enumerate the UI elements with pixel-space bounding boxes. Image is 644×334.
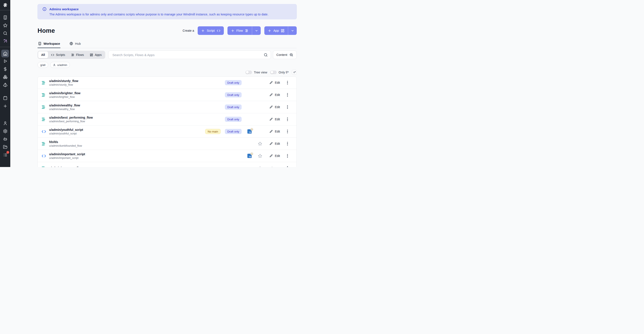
variables-dollar-icon[interactable]: [2, 66, 8, 71]
item-path: u/admin/sturdy_flow: [49, 83, 78, 86]
tab-workspace[interactable]: Workspace: [38, 42, 60, 48]
banner-description: The Admins workspace is for admins only …: [49, 13, 292, 16]
filter-all[interactable]: All: [38, 51, 48, 58]
row-menu-kebab[interactable]: [286, 117, 289, 121]
sidebar-divider: [0, 10, 10, 10]
create-script-label: Script: [207, 29, 214, 32]
script-code-icon: [42, 129, 46, 134]
create-script-button[interactable]: Script: [198, 26, 224, 35]
flow-icon: [42, 142, 46, 146]
edit-label: Edit: [275, 142, 280, 145]
add-plus-icon[interactable]: [2, 103, 8, 109]
create-flow-button[interactable]: Flow: [228, 26, 252, 35]
create-flow-dropdown[interactable]: [252, 26, 261, 35]
row-menu-kebab[interactable]: [286, 93, 289, 97]
item-path: u/admin/dumbfounded_flow: [49, 144, 82, 147]
star-icon[interactable]: [258, 166, 262, 167]
table-row[interactable]: fdsfds u/admin/dumbfounded_flow: [38, 138, 296, 150]
tab-hub[interactable]: Hub: [69, 42, 81, 48]
edit-label: Edit: [275, 118, 280, 121]
filter-flows[interactable]: Flows: [68, 51, 87, 58]
row-menu-kebab[interactable]: [286, 166, 289, 167]
only-folders-toggle[interactable]: [270, 71, 276, 74]
table-row[interactable]: u/admin/wealthy_flow u/admin/wealthy_flo…: [38, 101, 296, 113]
tree-view-toggle[interactable]: [246, 71, 252, 74]
edit-button[interactable]: Edit: [270, 81, 280, 84]
edit-button[interactable]: Edit: [270, 130, 280, 133]
building-icon: [38, 42, 42, 45]
resources-boxes-icon[interactable]: [2, 74, 8, 79]
schedules-calendar-icon[interactable]: [2, 95, 8, 100]
star-icon[interactable]: [258, 142, 262, 146]
owner-filter-user[interactable]: u/admin: [50, 62, 70, 68]
item-path: u/admin/youthful_script: [49, 132, 83, 135]
pencil-icon: [270, 93, 273, 97]
create-app-dropdown[interactable]: [288, 26, 297, 35]
chevron-down-icon: [255, 29, 258, 32]
row-menu-kebab[interactable]: [286, 154, 289, 158]
globe-icon: [70, 42, 73, 45]
row-menu-kebab[interactable]: [286, 142, 289, 146]
item-title: u/admin/youthful_script: [49, 128, 83, 132]
filter-scripts-label: Scripts: [56, 53, 65, 56]
edit-button[interactable]: Edit: [270, 167, 280, 167]
table-row[interactable]: u/admin/important_script u/admin/importa…: [38, 150, 296, 162]
items-list: u/admin/sturdy_flow u/admin/sturdy_flow …: [38, 76, 297, 167]
user-icon[interactable]: [2, 121, 8, 126]
create-a-label: Create a: [183, 29, 194, 32]
search-icon[interactable]: [264, 53, 268, 57]
settings-gear-icon[interactable]: [2, 129, 8, 134]
banner-title: Admins workspace: [49, 7, 79, 11]
row-menu-kebab[interactable]: [286, 129, 289, 134]
edit-button[interactable]: Edit: [270, 105, 280, 109]
workers-bot-icon[interactable]: [2, 136, 8, 142]
list-filter-button[interactable]: [292, 70, 297, 75]
search-code-icon: [290, 53, 293, 57]
edit-button[interactable]: Edit: [270, 118, 280, 121]
filter-apps[interactable]: Apps: [87, 51, 104, 58]
table-row[interactable]: u/admin/youthful_script u/admin/youthful…: [38, 126, 296, 138]
pencil-icon: [270, 130, 273, 133]
filter-scripts[interactable]: Scripts: [48, 51, 68, 58]
table-row[interactable]: u/admin/generous_flow: [38, 162, 296, 167]
logs-list-icon[interactable]: [2, 152, 8, 157]
script-code-icon: [42, 154, 46, 158]
content-search-button[interactable]: Content: [273, 50, 297, 59]
table-row[interactable]: u/admin/brighter_flow u/admin/brighter_f…: [38, 89, 296, 101]
flow-icon: [42, 105, 46, 109]
owner-filter-group[interactable]: g/all: [38, 62, 48, 68]
folders-icon[interactable]: [2, 144, 8, 150]
create-app-button[interactable]: App: [264, 26, 288, 35]
tabs: Workspace Hub: [38, 42, 297, 48]
pencil-icon: [270, 142, 273, 145]
flow-icon: [42, 117, 46, 122]
table-row[interactable]: u/admin/sturdy_flow u/admin/sturdy_flow …: [38, 77, 296, 89]
edit-label: Edit: [275, 154, 280, 158]
edit-label: Edit: [275, 81, 280, 84]
item-path: u/admin/wealthy_flow: [49, 108, 80, 111]
item-path: u/admin/best_performing_flow: [49, 120, 93, 123]
search-icon[interactable]: [2, 31, 8, 36]
triggers-pyramid-icon[interactable]: [2, 82, 8, 87]
filter-flows-label: Flows: [76, 53, 84, 56]
search-input[interactable]: [112, 53, 264, 57]
home-icon[interactable]: [1, 50, 9, 57]
item-title: u/admin/wealthy_flow: [49, 104, 80, 107]
row-menu-kebab[interactable]: [286, 105, 289, 109]
workspace-building-icon[interactable]: [2, 15, 8, 20]
runs-play-icon[interactable]: [2, 58, 8, 64]
star-icon[interactable]: [258, 154, 262, 158]
favorites-star-icon[interactable]: [2, 23, 8, 28]
owner-group-label: g/all: [40, 63, 46, 67]
item-title: u/admin/generous_flow: [49, 166, 82, 167]
pencil-icon: [270, 118, 273, 121]
item-path: u/admin/brighter_flow: [49, 96, 80, 99]
filter-all-label: All: [41, 53, 45, 56]
row-menu-kebab[interactable]: [286, 80, 289, 85]
windmill-logo[interactable]: [0, 0, 10, 10]
edit-button[interactable]: Edit: [270, 93, 280, 97]
ai-wand-icon[interactable]: [2, 38, 8, 44]
table-row[interactable]: u/admin/best_performing_flow u/admin/bes…: [38, 113, 296, 126]
edit-button[interactable]: Edit: [270, 154, 280, 158]
edit-button[interactable]: Edit: [270, 142, 280, 145]
